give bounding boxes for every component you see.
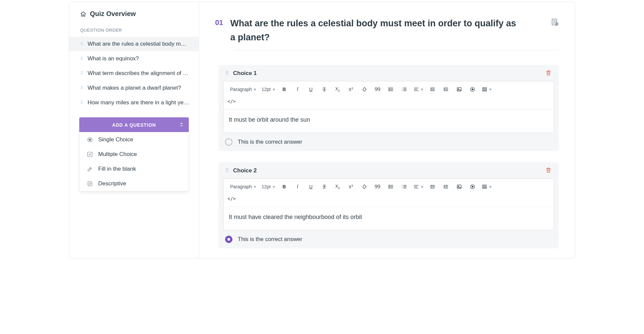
question-list-item-label: How many miles are there in a light ye… [88,99,189,106]
rte-subscript-button[interactable]: X2 [331,181,344,193]
rte-strike-button[interactable] [318,83,331,95]
section-label: QUESTION ORDER [69,25,199,37]
question-list-item-label: What are the rules a celestial body mu… [88,41,189,47]
question-list-item[interactable]: ⠿ What makes a planet a dwarf planet? [69,81,199,95]
drag-handle-icon[interactable]: ⠿ [225,70,229,76]
chevron-updown-icon [179,122,183,128]
choice-header: ⠿ Choice 1 [218,65,559,81]
correct-answer-radio[interactable] [225,236,232,243]
rte-indent-button[interactable] [439,83,453,95]
code-icon: </> [227,196,236,201]
rte-italic-button[interactable]: I [291,83,304,95]
rte-image-button[interactable] [453,181,466,193]
rte-outdent-button[interactable] [426,83,439,95]
play-icon [470,87,475,92]
rte-strike-button[interactable] [318,181,331,193]
rte-align-button[interactable]: ▾ [411,181,426,193]
play-icon [470,184,475,189]
choice-text-input[interactable]: It must be orbit around the sun [223,110,554,133]
rte-indent-button[interactable] [439,181,453,193]
rte-code-button[interactable]: </> [227,95,550,107]
note-icon [87,181,93,187]
chevron-down-icon: ▾ [273,87,275,92]
number-list-icon: 123 [402,87,407,92]
rte-outdent-button[interactable] [426,181,439,193]
rte-align-button[interactable]: ▾ [411,83,426,95]
choice-text-input[interactable]: It must have cleared the neighbourbood o… [223,207,554,230]
question-list-item-label: What is an equinox? [88,55,189,62]
rte-size-select[interactable]: 12pt▾ [259,83,277,95]
image-icon [457,87,462,92]
quiz-overview-link[interactable]: Quiz Overview [69,10,199,25]
divider [235,50,559,50]
svg-rect-2 [88,152,92,157]
rte-bold-button[interactable]: B [278,181,291,193]
drag-handle-icon[interactable]: ⠿ [80,86,84,90]
question-list-item[interactable]: ⠿ What is an equinox? [69,51,199,66]
chevron-down-icon: ▾ [489,87,491,92]
rte-size-select[interactable]: 12pt▾ [259,181,277,193]
rte-clear-format-button[interactable] [358,181,371,193]
delete-choice-button[interactable] [545,70,551,77]
drag-handle-icon[interactable]: ⠿ [80,101,84,105]
svg-point-1 [89,139,91,140]
code-icon: </> [227,99,236,104]
rte-style-select[interactable]: Paragraph▾ [227,83,259,95]
question-type-multiple-choice[interactable]: Multiple Choice [80,147,188,162]
italic-icon: I [297,87,298,92]
add-to-bank-button[interactable] [551,17,559,27]
rte-bold-button[interactable]: B [278,83,291,95]
rte-quote-button[interactable]: 99 [371,181,384,193]
choice-card: ⠿ Choice 2 Paragraph▾ 12pt▾ B I U X2 [218,162,559,248]
trash-icon [545,70,551,76]
rte-table-button[interactable]: ▾ [479,181,494,193]
add-question-label: ADD A QUESTION [112,122,156,128]
rte-image-button[interactable] [453,83,466,95]
question-list-item-label: What term describes the alignment of … [88,70,189,77]
align-icon [414,87,419,92]
drag-handle-icon[interactable]: ⠿ [80,42,84,46]
rte-bullet-list-button[interactable] [384,83,398,95]
svg-rect-21 [457,185,461,188]
delete-choice-button[interactable] [545,167,551,174]
question-type-single-choice[interactable]: Single Choice [80,132,188,147]
bold-icon: B [283,87,286,92]
rte-underline-button[interactable]: U [304,83,318,95]
add-question-button[interactable]: ADD A QUESTION [79,117,189,133]
rte-superscript-button[interactable]: X2 [344,181,358,193]
question-list: ⠿ What are the rules a celestial body mu… [69,37,199,110]
question-type-fill-blank[interactable]: Fill in the blank [80,162,188,176]
rte-quote-button[interactable]: 99 [371,83,384,95]
question-list-item[interactable]: ⠿ How many miles are there in a light ye… [69,95,199,110]
drag-handle-icon[interactable]: ⠿ [80,71,84,75]
rte-number-list-button[interactable]: 123 [398,181,411,193]
svg-point-15 [389,185,389,186]
rte-superscript-button[interactable]: X2 [344,83,358,95]
rte-subscript-button[interactable]: X2 [331,83,344,95]
rte-bullet-list-button[interactable] [384,181,398,193]
question-type-label: Multiple Choice [98,151,137,158]
strike-icon [322,87,327,92]
eraser-icon [362,87,367,92]
rte-underline-button[interactable]: U [304,181,318,193]
rte-media-button[interactable] [466,181,479,193]
rte-italic-button[interactable]: I [291,181,304,193]
trash-icon [545,167,551,173]
rte-code-button[interactable]: </> [227,193,550,205]
question-type-descriptive[interactable]: Descriptive [80,176,188,191]
svg-text:3: 3 [402,187,403,189]
question-list-item[interactable]: ⠿ What term describes the alignment of … [69,66,199,81]
rte-media-button[interactable] [466,83,479,95]
rte-table-button[interactable]: ▾ [479,83,494,95]
subscript-icon: X2 [335,86,340,92]
rich-text-editor: Paragraph▾ 12pt▾ B I U X2 X2 99 123 ▾ [223,81,554,133]
question-title[interactable]: What are the rules a celestial body must… [230,17,520,45]
rte-clear-format-button[interactable] [358,83,371,95]
drag-handle-icon[interactable]: ⠿ [80,57,84,61]
rte-style-select[interactable]: Paragraph▾ [227,181,259,193]
rte-number-list-button[interactable]: 123 [398,83,411,95]
correct-answer-radio[interactable] [225,138,232,146]
quote-icon: 99 [375,86,380,93]
drag-handle-icon[interactable]: ⠿ [225,167,229,174]
question-list-item[interactable]: ⠿ What are the rules a celestial body mu… [69,37,199,51]
